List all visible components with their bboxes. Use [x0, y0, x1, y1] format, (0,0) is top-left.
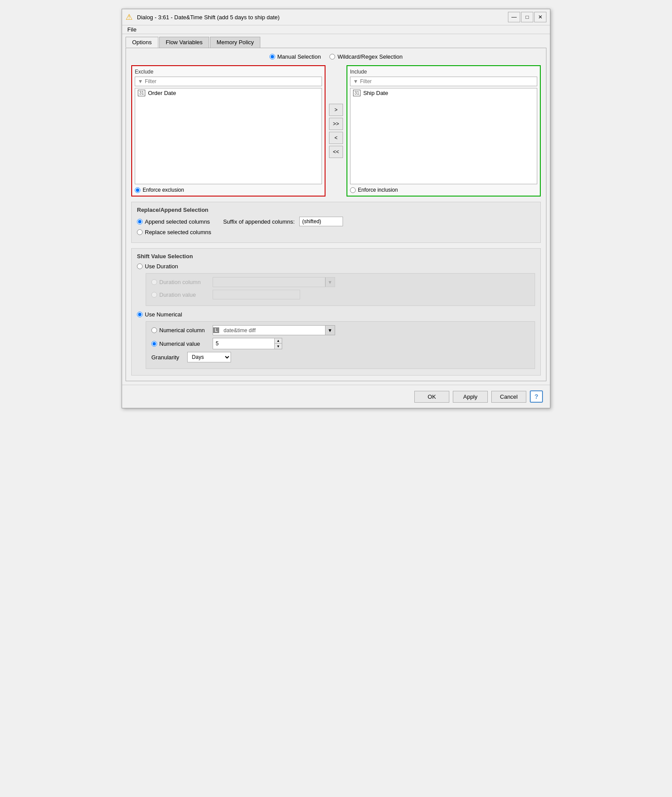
- exclude-filter-input[interactable]: [145, 78, 319, 84]
- enforce-exclusion-radio[interactable]: [135, 187, 140, 193]
- include-filter-input[interactable]: [360, 78, 534, 84]
- granularity-select[interactable]: Days Hours Minutes Seconds Milliseconds: [187, 352, 231, 362]
- duration-value-radio: [151, 292, 157, 298]
- duration-column-input: [213, 278, 325, 287]
- duration-subsection: Duration column ▾ Duration value: [146, 273, 535, 306]
- numerical-value-spinner[interactable]: ▲ ▼: [213, 338, 282, 349]
- tab-strip: Options Flow Variables Memory Policy: [122, 34, 550, 48]
- include-box: Include ▼ 31 Ship Date Enforce inclusion: [346, 65, 541, 197]
- minimize-button[interactable]: —: [508, 12, 520, 22]
- granularity-label: Granularity: [151, 354, 179, 361]
- append-radio[interactable]: [137, 219, 143, 225]
- close-button[interactable]: ✕: [534, 12, 546, 22]
- date-icon-include: 31: [353, 90, 360, 96]
- selection-mode-row: Manual Selection Wildcard/Regex Selectio…: [131, 53, 541, 60]
- duration-value-input: [213, 290, 300, 299]
- use-numerical-option[interactable]: Use Numerical: [137, 311, 535, 318]
- cancel-button[interactable]: Cancel: [491, 391, 526, 403]
- ok-button[interactable]: OK: [414, 391, 449, 403]
- suffix-input[interactable]: [299, 217, 343, 226]
- tab-options[interactable]: Options: [126, 37, 158, 48]
- numerical-column-dropdown-btn[interactable]: ▾: [325, 326, 335, 335]
- replace-radio[interactable]: [137, 229, 143, 235]
- warning-icon: ⚠: [126, 13, 133, 21]
- include-filter-container: ▼: [350, 77, 537, 86]
- numerical-column-row: Numerical column L ▾: [151, 325, 529, 335]
- include-label: Include: [350, 69, 537, 75]
- l-badge: L: [213, 327, 219, 333]
- date-icon-exclude: 31: [138, 90, 145, 96]
- replace-option[interactable]: Replace selected columns: [137, 229, 211, 235]
- exclude-list[interactable]: 31 Order Date: [135, 88, 322, 184]
- title-bar: ⚠ Dialog - 3:61 - Date&Time Shift (add 5…: [122, 9, 550, 25]
- append-option[interactable]: Append selected columns: [137, 218, 210, 225]
- enforce-inclusion-option[interactable]: Enforce inclusion: [350, 187, 537, 193]
- move-right-button[interactable]: >: [329, 104, 343, 116]
- include-item-label: Ship Date: [363, 90, 388, 96]
- tab-memory-policy[interactable]: Memory Policy: [210, 37, 260, 48]
- spinner-up-button[interactable]: ▲: [275, 338, 282, 344]
- file-menu[interactable]: File: [125, 25, 139, 34]
- columns-area: Exclude ▼ 31 Order Date Enforce exclusio…: [131, 65, 541, 197]
- use-duration-radio[interactable]: [137, 263, 143, 269]
- exclude-label: Exclude: [135, 69, 322, 75]
- filter-icon-exclude: ▼: [138, 78, 143, 84]
- numerical-column-dropdown[interactable]: L ▾: [213, 325, 335, 335]
- replace-row: Replace selected columns: [137, 229, 535, 235]
- granularity-row: Granularity Days Hours Minutes Seconds M…: [151, 352, 529, 362]
- use-numerical-radio[interactable]: [137, 312, 143, 317]
- spinner-down-button[interactable]: ▼: [275, 344, 282, 349]
- window-title: Dialog - 3:61 - Date&Time Shift (add 5 d…: [137, 14, 504, 21]
- window-controls: — □ ✕: [508, 12, 546, 22]
- list-item[interactable]: 31 Order Date: [135, 88, 322, 98]
- replace-append-section: Replace/Append Selection Append selected…: [131, 202, 541, 243]
- include-list[interactable]: 31 Ship Date: [350, 88, 537, 184]
- numerical-column-option[interactable]: Numerical column: [151, 327, 208, 334]
- help-button[interactable]: ?: [530, 390, 543, 403]
- replace-append-title: Replace/Append Selection: [137, 207, 535, 213]
- numerical-subsection: Numerical column L ▾ Numerical value: [146, 321, 535, 369]
- shift-value-title: Shift Value Selection: [137, 253, 535, 260]
- duration-value-option[interactable]: Duration value: [151, 291, 208, 298]
- apply-button[interactable]: Apply: [453, 391, 488, 403]
- exclude-item-label: Order Date: [148, 90, 176, 96]
- numerical-column-radio[interactable]: [151, 327, 157, 333]
- tab-content-options: Manual Selection Wildcard/Regex Selectio…: [126, 48, 546, 381]
- duration-column-row: Duration column ▾: [151, 277, 529, 287]
- move-all-left-button[interactable]: <<: [329, 146, 343, 158]
- duration-column-dropdown[interactable]: ▾: [213, 277, 335, 287]
- manual-selection-option[interactable]: Manual Selection: [270, 53, 321, 60]
- numerical-column-input[interactable]: [221, 326, 325, 335]
- enforce-exclusion-option[interactable]: Enforce exclusion: [135, 187, 322, 193]
- append-row: Append selected columns Suffix of append…: [137, 217, 535, 226]
- exclude-filter-container: ▼: [135, 77, 322, 86]
- use-duration-option[interactable]: Use Duration: [137, 263, 535, 270]
- duration-value-row: Duration value: [151, 290, 529, 299]
- move-all-right-button[interactable]: >>: [329, 118, 343, 130]
- transfer-buttons: > >> < <<: [329, 104, 343, 158]
- spinner-controls: ▲ ▼: [274, 338, 282, 349]
- duration-column-dropdown-btn[interactable]: ▾: [325, 277, 335, 287]
- duration-column-radio: [151, 279, 157, 285]
- enforce-inclusion-radio[interactable]: [350, 187, 356, 193]
- exclude-box: Exclude ▼ 31 Order Date Enforce exclusio…: [131, 65, 326, 197]
- duration-column-option[interactable]: Duration column: [151, 279, 208, 285]
- dialog-window: ⚠ Dialog - 3:61 - Date&Time Shift (add 5…: [122, 9, 550, 408]
- move-left-button[interactable]: <: [329, 132, 343, 144]
- numerical-value-row: Numerical value ▲ ▼: [151, 338, 529, 349]
- wildcard-selection-option[interactable]: Wildcard/Regex Selection: [329, 53, 402, 60]
- menu-bar: File: [122, 25, 550, 34]
- tab-flow-variables[interactable]: Flow Variables: [159, 37, 209, 48]
- numerical-value-input[interactable]: [213, 339, 274, 348]
- manual-selection-radio[interactable]: [270, 54, 275, 60]
- shift-value-section: Shift Value Selection Use Duration Durat…: [131, 248, 541, 376]
- numerical-value-option[interactable]: Numerical value: [151, 341, 208, 347]
- bottom-bar: OK Apply Cancel ?: [122, 385, 550, 408]
- maximize-button[interactable]: □: [521, 12, 533, 22]
- numerical-value-radio[interactable]: [151, 341, 157, 347]
- filter-icon-include: ▼: [353, 78, 358, 84]
- wildcard-selection-radio[interactable]: [329, 54, 335, 60]
- list-item[interactable]: 31 Ship Date: [350, 88, 537, 98]
